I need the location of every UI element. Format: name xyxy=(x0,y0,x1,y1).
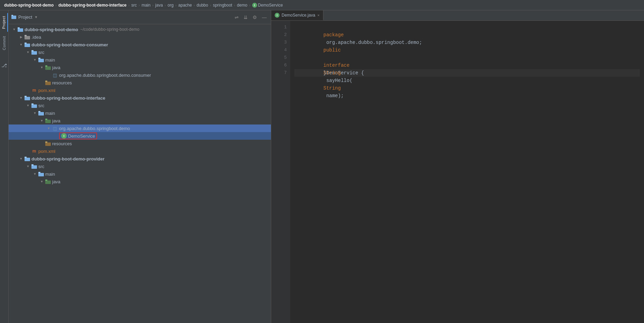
tree-item-interface-main[interactable]: ▼ main xyxy=(9,109,271,117)
tree-item-interface-resources[interactable]: ▶ resources xyxy=(9,140,271,147)
tree-item-provider-main[interactable]: ▼ main xyxy=(9,170,271,178)
tab-filename: DemoService.java xyxy=(282,13,315,18)
line-num-5: 5 xyxy=(271,54,290,62)
chevron-interface-src: ▼ xyxy=(25,103,31,108)
tree-item-interface-src[interactable]: ▼ src xyxy=(9,102,271,109)
breadcrumb-apache[interactable]: apache xyxy=(178,3,192,8)
code-indent xyxy=(323,63,335,68)
tree-item-consumer-resources[interactable]: ▶ resources xyxy=(9,79,271,86)
breadcrumb-dubbo[interactable]: dubbo xyxy=(197,3,208,8)
breadcrumb-main[interactable]: main xyxy=(142,3,151,8)
panel-title: Project xyxy=(18,15,32,20)
tree-item-provider[interactable]: ▼ dubbo-spring-boot-demo-provider xyxy=(9,155,271,163)
svg-rect-25 xyxy=(45,142,51,146)
tree-item-provider-src[interactable]: ▼ src xyxy=(9,163,271,170)
sidebar-tab-project[interactable]: Project xyxy=(0,13,8,32)
git-icon[interactable]: ⎇ xyxy=(0,61,8,70)
tree-item-provider-java[interactable]: ▼ java xyxy=(9,178,271,185)
svg-rect-11 xyxy=(38,59,44,62)
svg-rect-14 xyxy=(45,65,47,67)
tree-label-interface-resources: resources xyxy=(52,141,72,146)
svg-rect-15 xyxy=(45,82,51,85)
code-content[interactable]: package org.apache.dubbo.springboot.demo… xyxy=(290,21,644,323)
code-method: sayHello( xyxy=(323,78,352,83)
tree-label-consumer-main: main xyxy=(45,57,55,63)
tree-item-interface-pkg[interactable]: ▼ ◫ org.apache.dubbo.springboot.demo xyxy=(9,124,271,132)
svg-rect-32 xyxy=(38,172,40,173)
breadcrumb-interface-module[interactable]: dubbo-spring-boot-demo-interface xyxy=(58,3,126,8)
breadcrumb-root[interactable]: dubbo-spring-boot-demo xyxy=(4,3,54,8)
idea-folder-icon xyxy=(25,34,30,40)
collapse-all-icon[interactable]: ⇊ xyxy=(242,14,249,21)
chevron-consumer-src: ▼ xyxy=(25,49,31,55)
sidebar-strip: Project Commit ⎇ xyxy=(0,10,9,323)
editor-area: I DemoService.java × 1 2 3 4 5 6 7 packa… xyxy=(271,10,644,323)
project-panel: Project ▼ ⇌ ⇊ ⚙ — ▼ dubbo-spring-boot-de… xyxy=(9,10,271,323)
tree-item-interface[interactable]: ▼ dubbo-spring-boot-demo-interface xyxy=(9,94,271,102)
breadcrumb-src[interactable]: src xyxy=(131,3,137,8)
line-num-2: 2 xyxy=(271,31,290,39)
breadcrumb-sep-5: › xyxy=(175,3,177,7)
breadcrumb-org[interactable]: org xyxy=(168,3,173,8)
tree-item-consumer-pom[interactable]: ▶ m pom.xml xyxy=(9,86,271,94)
editor-tab-bar: I DemoService.java × xyxy=(271,10,644,21)
svg-rect-20 xyxy=(31,103,34,105)
tree-item-root[interactable]: ▼ dubbo-spring-boot-demo ~/code/dubbo-sp… xyxy=(9,26,271,33)
breadcrumb-demoservice[interactable]: I DemoService xyxy=(252,3,283,8)
tree-item-interface-pom[interactable]: ▶ m pom.xml xyxy=(9,147,271,155)
hide-icon[interactable]: — xyxy=(261,14,268,21)
line-num-6: 6 xyxy=(271,62,290,69)
keyword-string-2: String xyxy=(323,85,341,91)
editor-tab-demoservice[interactable]: I DemoService.java × xyxy=(271,10,323,20)
breadcrumb-sep-1: › xyxy=(128,3,130,7)
breadcrumb-springboot[interactable]: springboot xyxy=(213,3,232,8)
tree-item-consumer-pkg[interactable]: ▶ ◫ org.apache.dubbo.springboot.demo.con… xyxy=(9,71,271,79)
line-num-4: 4 xyxy=(271,46,290,54)
equalize-icon[interactable]: ⇌ xyxy=(233,14,240,21)
panel-header-left: Project ▼ xyxy=(11,15,38,20)
consumer-java-folder-icon xyxy=(45,65,51,70)
interface-main-folder-icon xyxy=(38,110,44,116)
svg-rect-24 xyxy=(45,119,47,120)
tree-label-idea: .idea xyxy=(31,35,41,40)
tab-close-button[interactable]: × xyxy=(317,13,319,17)
tree-item-interface-java[interactable]: ▼ java xyxy=(9,117,271,124)
tree-item-consumer-src[interactable]: ▼ src xyxy=(9,48,271,56)
settings-icon[interactable]: ⚙ xyxy=(251,14,258,21)
tree-item-consumer-java[interactable]: ▼ java xyxy=(9,64,271,71)
code-space-1 xyxy=(323,55,326,61)
chevron-root: ▼ xyxy=(11,27,17,32)
svg-rect-23 xyxy=(45,120,51,123)
chevron-interface-pkg: ▼ xyxy=(46,126,51,131)
svg-rect-5 xyxy=(25,36,30,39)
tree-label-consumer-java: java xyxy=(52,65,60,70)
sidebar-tab-commit[interactable]: Commit xyxy=(1,33,8,53)
chevron-interface-main: ▼ xyxy=(32,110,38,116)
consumer-pom-icon: m xyxy=(31,87,37,93)
code-pkg-name: org.apache.dubbo.springboot.demo; xyxy=(323,40,422,45)
tab-interface-badge: I xyxy=(275,13,280,18)
breadcrumb-demo[interactable]: demo xyxy=(237,3,247,8)
svg-rect-30 xyxy=(31,164,34,166)
tree-label-interface-src: src xyxy=(38,103,44,108)
project-tree[interactable]: ▼ dubbo-spring-boot-demo ~/code/dubbo-sp… xyxy=(9,24,271,323)
breadcrumb-java[interactable]: java xyxy=(155,3,163,8)
chevron-provider-main: ▼ xyxy=(32,171,38,177)
svg-rect-9 xyxy=(31,51,37,55)
keyword-public: public xyxy=(323,47,341,53)
code-line-4 xyxy=(294,46,640,54)
line-num-1: 1 xyxy=(271,24,290,31)
svg-rect-7 xyxy=(25,44,30,47)
tree-item-demoservice[interactable]: ▶ I DemoService xyxy=(9,132,271,140)
tree-item-consumer[interactable]: ▼ dubbo-spring-boot-demo-consumer xyxy=(9,41,271,48)
consumer-folder-icon xyxy=(25,42,30,47)
tree-label-demoservice: DemoService xyxy=(68,133,95,139)
tree-label-provider-java: java xyxy=(52,179,60,184)
code-line-1: package org.apache.dubbo.springboot.demo… xyxy=(294,24,640,31)
tree-item-idea[interactable]: ▶ .idea xyxy=(9,33,271,41)
svg-rect-29 xyxy=(31,165,37,169)
line-num-3: 3 xyxy=(271,39,290,46)
panel-dropdown-arrow[interactable]: ▼ xyxy=(34,15,38,19)
tree-item-consumer-main[interactable]: ▼ main xyxy=(9,56,271,64)
svg-rect-16 xyxy=(45,81,47,82)
